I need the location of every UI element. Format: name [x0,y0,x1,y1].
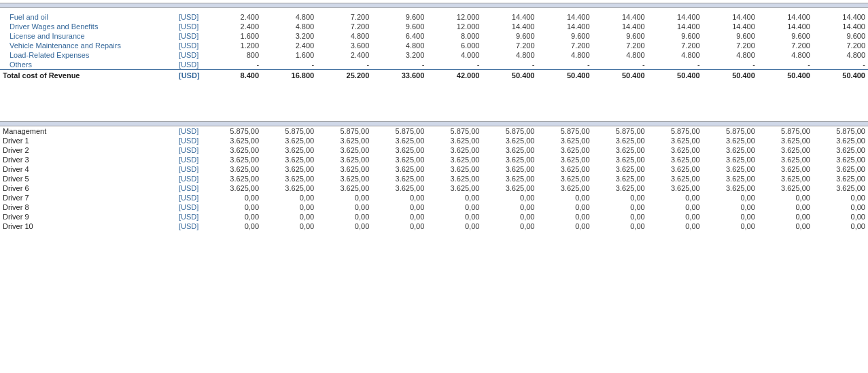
cell-value: 2.400 [207,12,262,22]
table-row: Vehicle Maintenance and Repairs[USD]1.20… [0,41,868,50]
salaries-table: Management[USD]5.875,005.875,005.875,005… [0,126,868,231]
cell-value: 3.625,00 [427,164,482,174]
cell-value: 3.625,00 [813,145,868,155]
cell-value: 0,00 [593,202,648,212]
cell-value: 3.625,00 [593,145,648,155]
cell-value: 3.625,00 [648,145,703,155]
total-cell: 8.400 [207,70,262,81]
cell-value: 0,00 [427,193,482,202]
cell-value: 5.875,00 [593,126,648,136]
cell-value: 3.625,00 [758,183,813,193]
row-currency: [USD] [176,221,207,231]
table-row: Driver 9[USD]0,000,000,000,000,000,000,0… [0,212,868,221]
cell-value: 7.200 [593,41,648,50]
cell-value: 0,00 [758,221,813,231]
row-label: Driver 8 [0,202,176,212]
cost-of-sales-table: Fuel and oil[USD]2.4004.8007.2009.60012.… [0,12,868,80]
cell-value: 2.400 [207,22,262,31]
cell-value: 3.625,00 [758,155,813,164]
cell-value: 0,00 [538,212,593,221]
cell-value: - [758,60,813,70]
cell-value: 14.400 [648,12,703,22]
cell-value: 800 [207,50,262,60]
cell-value: 7.200 [758,41,813,50]
cell-value: 6.000 [427,41,482,50]
cell-value: 4.800 [703,50,758,60]
row-label: Others [0,60,176,70]
cell-value: 14.400 [813,22,868,31]
cell-value: - [262,60,317,70]
cell-value: 5.875,00 [538,126,593,136]
total-cell: 25.200 [317,70,372,81]
cell-value: 14.400 [538,12,593,22]
cell-value: 3.625,00 [813,155,868,164]
cell-value: 3.625,00 [538,183,593,193]
cell-value: 3.625,00 [427,183,482,193]
cell-value: 3.625,00 [648,136,703,145]
row-currency: [USD] [176,41,207,50]
cell-value: 6.400 [372,31,427,41]
row-currency: [USD] [176,174,207,183]
cell-value: - [482,60,537,70]
row-currency: [USD] [176,12,207,22]
table-row: Management[USD]5.875,005.875,005.875,005… [0,126,868,136]
cell-value: 3.625,00 [648,174,703,183]
cell-value: 3.625,00 [317,183,372,193]
cell-value: 0,00 [648,202,703,212]
total-cell: 50.400 [813,70,868,81]
cell-value: 14.400 [593,22,648,31]
cell-value: 3.625,00 [593,174,648,183]
cell-value: 12.000 [427,12,482,22]
cell-value: 3.200 [372,50,427,60]
cell-value: 0,00 [482,202,537,212]
cell-value: 14.400 [538,22,593,31]
cell-value: 3.625,00 [372,155,427,164]
cell-value: 3.625,00 [207,136,262,145]
cell-value: 3.625,00 [593,164,648,174]
cell-value: 14.400 [758,12,813,22]
cell-value: 3.625,00 [317,136,372,145]
cell-value: 9.600 [372,22,427,31]
cell-value: 0,00 [262,212,317,221]
cell-value: 7.200 [538,41,593,50]
salaries-header [0,121,868,126]
table-row: License and Insurance[USD]1.6003.2004.80… [0,31,868,41]
cell-value: 3.625,00 [758,164,813,174]
cell-value: 1.200 [207,41,262,50]
row-currency: [USD] [176,164,207,174]
cell-value: 8.000 [427,31,482,41]
cell-value: 5.875,00 [427,126,482,136]
cell-value: 3.625,00 [538,136,593,145]
cell-value: 14.400 [593,12,648,22]
cell-value: 2.400 [317,50,372,60]
cell-value: 3.625,00 [317,164,372,174]
cell-value: 14.400 [482,12,537,22]
cell-value: 3.625,00 [703,145,758,155]
row-currency: [USD] [176,31,207,41]
cell-value: 0,00 [427,212,482,221]
cell-value: 3.625,00 [538,174,593,183]
row-label: Driver 2 [0,145,176,155]
table-row: Others[USD]------------ [0,60,868,70]
total-label: Total cost of Revenue [0,70,176,81]
cell-value: 4.800 [372,41,427,50]
total-cell: 50.400 [758,70,813,81]
cell-value: 0,00 [703,212,758,221]
row-label: Vehicle Maintenance and Repairs [0,41,176,50]
cell-value: 3.200 [262,31,317,41]
cell-value: 3.625,00 [758,145,813,155]
cell-value: 0,00 [648,212,703,221]
cell-value: 3.625,00 [593,183,648,193]
row-label: Driver 9 [0,212,176,221]
row-label: Driver Wages and Benefits [0,22,176,31]
cell-value: 0,00 [427,221,482,231]
cell-value: 9.600 [593,31,648,41]
cell-value: 3.625,00 [372,164,427,174]
cell-value: 0,00 [813,212,868,221]
cell-value: - [538,60,593,70]
row-label: Driver 1 [0,136,176,145]
cell-value: 0,00 [703,202,758,212]
table-row: Driver 1[USD]3.625,003.625,003.625,003.6… [0,136,868,145]
cell-value: 0,00 [758,193,813,202]
total-cell: 50.400 [703,70,758,81]
